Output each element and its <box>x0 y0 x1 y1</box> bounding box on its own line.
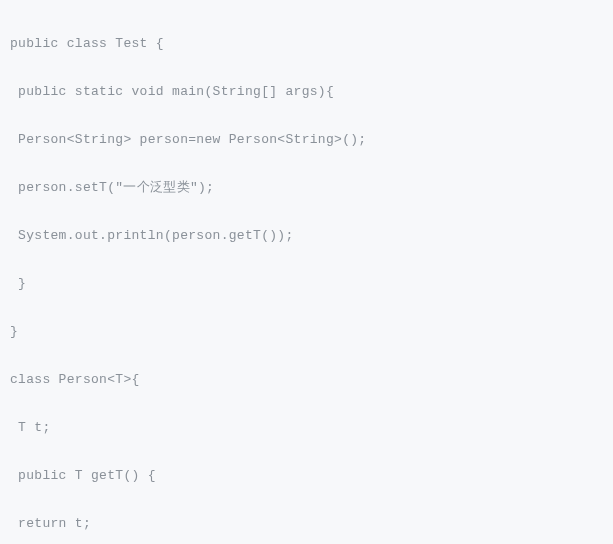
code-line: } <box>10 320 603 344</box>
code-line: person.setT("一个泛型类"); <box>10 176 603 200</box>
code-line: T t; <box>10 416 603 440</box>
code-line: return t; <box>10 512 603 536</box>
code-line: class Person<T>{ <box>10 368 603 392</box>
code-line: } <box>10 272 603 296</box>
code-line: public T getT() { <box>10 464 603 488</box>
code-block: public class Test { public static void m… <box>10 8 603 544</box>
code-line: Person<String> person=new Person<String>… <box>10 128 603 152</box>
code-line: System.out.println(person.getT()); <box>10 224 603 248</box>
code-line: public static void main(String[] args){ <box>10 80 603 104</box>
code-line: public class Test { <box>10 32 603 56</box>
